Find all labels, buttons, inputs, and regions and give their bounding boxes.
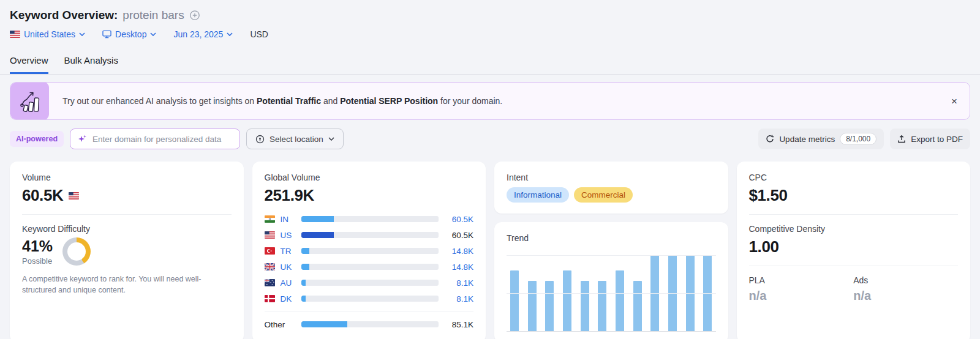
keyword-difficulty-label: Keyword Difficulty [22, 224, 232, 234]
cpc-card: CPC $1.50 Competitive Density 1.00 PLA n… [737, 162, 971, 339]
keyword-overview-page: Keyword Overview: protein bars United St… [0, 0, 980, 339]
volume-value: 60.5K [22, 186, 63, 205]
update-metrics-button[interactable]: Update metrics 8/1,000 [758, 129, 884, 149]
desktop-icon [102, 30, 111, 39]
volume-label: Volume [22, 173, 232, 182]
global-volume-row: TR 14.8K [265, 243, 474, 259]
banner-message: Try out our enhanced AI analysis to get … [49, 96, 951, 106]
country-volume-link[interactable]: 14.8K [444, 247, 473, 256]
toolbar: AI-powered Select location [10, 129, 970, 149]
country-volume-link[interactable]: 14.8K [444, 263, 473, 272]
competitive-density-value: 1.00 [749, 237, 959, 256]
chevron-down-icon [150, 32, 156, 36]
kd-percent-value: 41% [22, 237, 53, 255]
global-volume-label: Global Volume [265, 173, 474, 182]
device-selector-label: Desktop [115, 29, 146, 39]
trend-bar [650, 255, 659, 331]
sparkles-icon [78, 134, 88, 144]
intent-card: Intent Informational Commercial [494, 162, 728, 214]
cpc-label: CPC [749, 173, 959, 182]
country-volume-link[interactable]: 60.5K [444, 215, 473, 224]
country-link[interactable]: DK [281, 294, 296, 304]
chevron-down-icon [227, 32, 233, 36]
close-icon[interactable]: × [951, 96, 957, 106]
volume-card: Volume 60.5K Keyword Difficulty 41% Poss… [10, 162, 244, 339]
trend-bar [545, 281, 554, 331]
uk-flag-icon [265, 263, 275, 270]
domain-input-wrapper [70, 129, 240, 149]
quota-badge: 8/1,000 [840, 133, 876, 145]
turkey-flag-icon [265, 247, 275, 255]
volume-bar [301, 321, 439, 327]
trend-bar [581, 281, 589, 331]
country-link[interactable]: AU [281, 278, 296, 288]
intent-badge: Commercial [574, 187, 633, 203]
us-flag-icon [69, 192, 79, 199]
device-selector[interactable]: Desktop [102, 29, 156, 39]
india-flag-icon [265, 215, 275, 223]
trend-bar [616, 270, 624, 331]
tab-bulk-analysis[interactable]: Bulk Analysis [64, 55, 118, 74]
intent-trend-column: Intent Informational Commercial Trend [494, 162, 728, 339]
country-link[interactable]: US [281, 231, 296, 240]
chevron-down-icon [328, 137, 334, 141]
trend-bar [563, 270, 571, 331]
country-volume-link[interactable]: 8.1K [444, 278, 473, 288]
global-volume-row: US 60.5K [265, 227, 474, 243]
trend-bar [528, 281, 537, 331]
pla-value: n/a [749, 289, 854, 303]
domain-input[interactable] [92, 135, 232, 144]
currency-label: USD [250, 29, 268, 39]
country-link[interactable]: IN [281, 215, 296, 224]
kd-donut-chart [62, 237, 91, 266]
country-link[interactable]: UK [281, 263, 296, 272]
volume-bar [301, 232, 439, 238]
chart-growth-icon [10, 82, 49, 120]
us-flag-icon [265, 231, 275, 239]
other-volume-value: 85.1K [444, 320, 473, 329]
trend-bar [633, 281, 642, 331]
cpc-value: $1.50 [749, 186, 959, 205]
trend-chart [507, 255, 716, 332]
country-volume-value: 60.5K [444, 231, 473, 240]
us-flag-icon [10, 31, 20, 38]
global-volume-value: 251.9K [265, 186, 474, 205]
global-volume-row: DK 8.1K [265, 291, 474, 307]
country-selector[interactable]: United States [10, 29, 85, 39]
page-header: Keyword Overview: protein bars United St… [0, 0, 980, 75]
denmark-flag-icon [265, 295, 275, 302]
country-volume-link[interactable]: 8.1K [444, 294, 473, 304]
global-volume-row: UK 14.8K [265, 259, 474, 275]
add-keyword-icon[interactable] [189, 10, 200, 21]
global-volume-row: IN 60.5K [265, 211, 474, 227]
select-location-label: Select location [270, 135, 323, 144]
kd-rating: Possible [22, 256, 53, 266]
date-selector[interactable]: Jun 23, 2025 [173, 29, 233, 39]
volume-bar [301, 248, 439, 254]
volume-bar-fill [301, 248, 309, 254]
trend-label: Trend [507, 233, 716, 243]
global-volume-row: Other 85.1K [265, 311, 474, 332]
volume-bar-fill [301, 280, 306, 286]
tab-overview[interactable]: Overview [10, 55, 48, 74]
volume-bar [301, 296, 439, 302]
ai-powered-badge: AI-powered [10, 131, 64, 147]
competitive-density-label: Competitive Density [749, 224, 959, 234]
trend-bar [510, 270, 519, 331]
country-link[interactable]: TR [281, 247, 296, 256]
country-selector-label: United States [24, 29, 75, 39]
trend-bar [598, 281, 606, 331]
date-selector-label: Jun 23, 2025 [173, 29, 223, 39]
volume-bar-fill [301, 264, 309, 270]
trend-card: Trend [494, 222, 728, 339]
export-pdf-button[interactable]: Export to PDF [890, 129, 970, 149]
tab-bar: Overview Bulk Analysis [10, 55, 970, 74]
select-location-dropdown[interactable]: Select location [246, 129, 344, 149]
metrics-cards: Volume 60.5K Keyword Difficulty 41% Poss… [0, 162, 980, 335]
location-pin-icon [255, 135, 265, 144]
australia-flag-icon [265, 279, 275, 286]
trend-bar [703, 255, 712, 331]
trend-bar [686, 255, 695, 331]
chevron-down-icon [79, 32, 85, 36]
intent-label: Intent [507, 173, 716, 182]
